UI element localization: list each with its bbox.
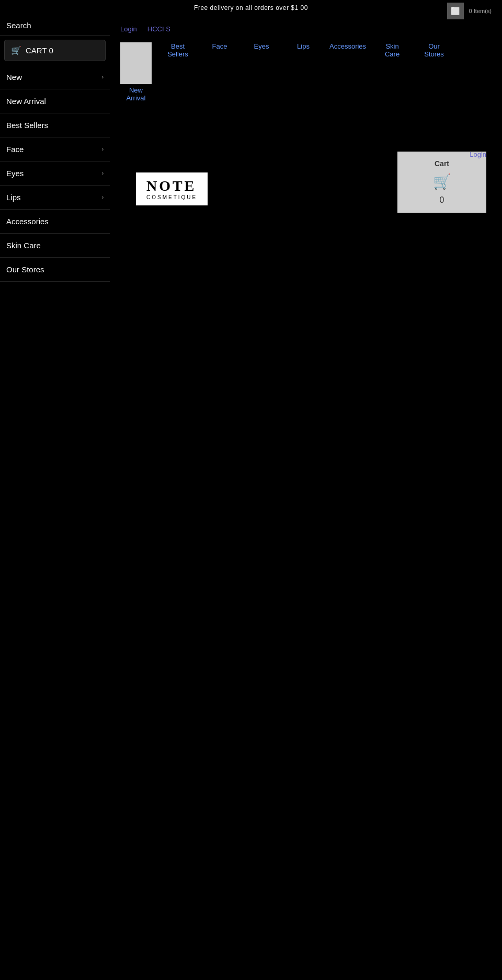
search-icon: ⬜ [451,7,460,15]
nav-item-accessories[interactable]: Accessories [329,42,366,50]
sidebar: Search 🛒 CART 0 New › New Arrival Best S… [0,16,110,282]
sidebar-item-new[interactable]: New › [0,65,110,89]
nav-item-skin-care[interactable]: SkinCare [376,42,408,58]
sidebar-our-stores-label: Our Stores [6,265,44,274]
nav-face-label: Face [212,42,227,50]
sidebar-accessories-label: Accessories [6,217,49,226]
cart-icon: 🛒 [11,45,21,55]
nav-item-eyes[interactable]: Eyes [246,42,277,50]
nav-skin-care-label: SkinCare [385,42,400,58]
sidebar-skin-care-label: Skin Care [6,241,41,250]
sidebar-item-skin-care[interactable]: Skin Care [0,234,110,258]
nav-item-new-arrival[interactable]: NewArrival [120,42,152,102]
cart-dropdown-icon: 🛒 [433,173,451,190]
logo-box[interactable]: NOTE COSMETIQUE [136,172,208,205]
hcci-text: HCCI S [147,25,170,33]
nav-item-best-sellers[interactable]: BestSellers [162,42,193,58]
chevron-right-icon: › [102,194,104,200]
sidebar-new-arrival-label: New Arrival [6,97,46,106]
new-arrival-image [120,42,152,84]
top-nav-row: Login HCCI S [115,21,497,37]
nav-lips-label: Lips [297,42,310,50]
sidebar-cart-label: CART 0 [26,46,53,55]
main-overlay: Login HCCI S NewArrival BestSellers Face… [110,16,502,112]
cart-dropdown: Cart 🛒 0 [397,152,486,213]
chevron-right-icon: › [102,146,104,152]
nav-our-stores-label: OurStores [424,42,444,58]
sidebar-item-cart[interactable]: 🛒 CART 0 [4,40,106,61]
sidebar-item-best-sellers[interactable]: Best Sellers [0,113,110,137]
logo-note: NOTE [146,178,197,194]
sidebar-item-our-stores[interactable]: Our Stores [0,258,110,282]
chevron-right-icon: › [102,74,104,80]
cart-dropdown-title: Cart [435,159,449,168]
logo-area: NOTE COSMETIQUE [136,172,208,205]
sidebar-item-eyes[interactable]: Eyes › [0,162,110,186]
nav-item-lips[interactable]: Lips [288,42,319,50]
chevron-right-icon: › [102,170,104,176]
nav-new-arrival-label: NewArrival [127,86,146,102]
sidebar-eyes-label: Eyes [6,169,24,178]
login-label: Login [470,151,486,158]
search-icon-button[interactable]: ⬜ [447,3,464,19]
sidebar-search-label: Search [6,21,31,30]
sidebar-item-accessories[interactable]: Accessories [0,210,110,234]
item-count-text: 0 Item(s) [469,8,492,14]
sidebar-lips-label: Lips [6,193,21,202]
sidebar-item-lips[interactable]: Lips › [0,186,110,210]
header-icons: ⬜ 0 Item(s) [447,3,492,19]
nav-eyes-label: Eyes [254,42,269,50]
nav-menu-row: NewArrival BestSellers Face Eyes Lips Ac… [115,37,497,107]
sidebar-new-label: New [6,73,22,82]
login-link[interactable]: Login [120,25,137,33]
top-banner: Free delivery on all orders over $1 00 [0,0,502,16]
nav-accessories-label: Accessories [329,42,366,50]
login-dropdown-label[interactable]: Login [470,151,486,158]
nav-item-face[interactable]: Face [204,42,235,50]
cart-dropdown-count: 0 [440,195,444,205]
sidebar-item-search[interactable]: Search [0,16,110,36]
sidebar-face-label: Face [6,145,24,154]
sidebar-item-face[interactable]: Face › [0,137,110,162]
logo-sub: COSMETIQUE [146,194,197,200]
sidebar-item-new-arrival[interactable]: New Arrival [0,89,110,113]
banner-text: Free delivery on all orders over $1 00 [194,4,308,11]
sidebar-best-sellers-label: Best Sellers [6,121,48,130]
nav-item-our-stores[interactable]: OurStores [418,42,450,58]
nav-best-sellers-label: BestSellers [167,42,188,58]
